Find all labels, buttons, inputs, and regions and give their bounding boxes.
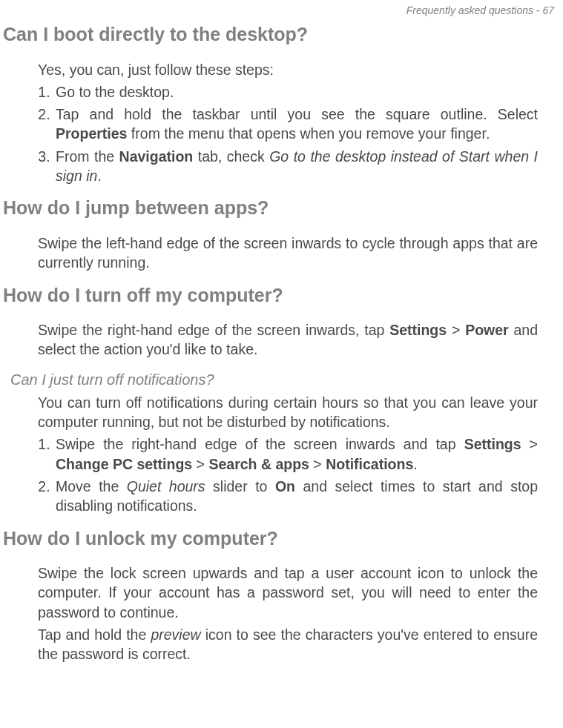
page-header: Frequently asked questions - 67 (0, 0, 563, 19)
step-item: Go to the desktop. (54, 82, 538, 102)
question-unlock: How do I unlock my computer? (3, 526, 538, 551)
intro-text: Yes, you can, just follow these steps: (38, 60, 538, 79)
body-text: You can turn off notifications during ce… (38, 393, 538, 432)
step-item: Swipe the right-hand edge of the screen … (54, 434, 538, 474)
step-item: From the Navigation tab, check Go to the… (54, 147, 538, 186)
body-text: Swipe the lock screen upwards and tap a … (38, 563, 538, 622)
page-content: Can I boot directly to the desktop? Yes,… (0, 22, 563, 664)
body-text: Tap and hold the preview icon to see the… (38, 625, 538, 664)
body-text: Swipe the left-hand edge of the screen i… (38, 234, 538, 273)
steps-list-boot: Go to the desktop. Tap and hold the task… (38, 82, 538, 186)
question-boot-desktop: Can I boot directly to the desktop? (3, 22, 538, 47)
subquestion-notifications: Can I just turn off notifications? (10, 371, 538, 388)
step-item: Move the Quiet hours slider to On and se… (54, 477, 538, 516)
body-text: Swipe the right-hand edge of the screen … (38, 320, 538, 360)
steps-list-notifications: Swipe the right-hand edge of the screen … (38, 434, 538, 515)
step-item: Tap and hold the taskbar until you see t… (54, 105, 538, 144)
question-jump-apps: How do I jump between apps? (3, 196, 538, 220)
question-turn-off: How do I turn off my computer? (3, 283, 538, 308)
